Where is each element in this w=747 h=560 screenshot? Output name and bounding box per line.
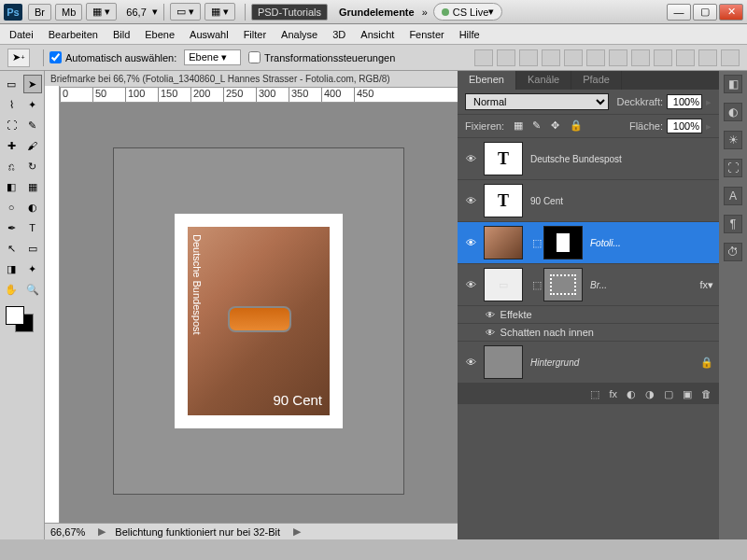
menu-fenster[interactable]: Fenster xyxy=(409,29,444,40)
distribute-icon[interactable] xyxy=(609,49,627,66)
fx-icon[interactable]: fx xyxy=(609,388,617,399)
layer-row[interactable]: 👁 Hintergrund 🔒 xyxy=(458,342,719,384)
zoom-value[interactable]: 66,7 xyxy=(126,7,146,18)
workspace-label[interactable]: Grundelemente xyxy=(339,7,415,18)
link-icon[interactable]: ⬚ xyxy=(532,279,542,291)
mask-icon[interactable]: ◐ xyxy=(627,388,636,400)
move-tool[interactable]: ➤ xyxy=(23,75,42,93)
auto-select-dropdown[interactable]: Ebene ▾ xyxy=(184,49,241,65)
distribute-icon[interactable] xyxy=(721,49,740,66)
foreground-color[interactable] xyxy=(6,306,24,325)
zoom-tool[interactable]: 🔍 xyxy=(23,280,42,299)
auto-select-checkbox[interactable] xyxy=(49,51,62,63)
move-tool-indicator[interactable]: ➤+ xyxy=(7,49,30,67)
menu-ebene[interactable]: Ebene xyxy=(145,29,175,40)
new-layer-icon[interactable]: ▣ xyxy=(683,388,692,400)
visibility-icon[interactable]: 👁 xyxy=(463,279,478,290)
align-icon[interactable] xyxy=(519,49,538,66)
fx-badge[interactable]: fx xyxy=(699,279,708,290)
heal-tool[interactable]: ✚ xyxy=(2,136,21,155)
hand-tool[interactable]: ✋ xyxy=(2,280,21,299)
canvas[interactable]: Deutsche Bundespost 90 Cent xyxy=(60,103,458,539)
layer-row[interactable]: 👁 T 90 Cent xyxy=(458,180,719,222)
menu-hilfe[interactable]: Hilfe xyxy=(459,29,480,40)
fx-expand-icon[interactable]: ▾ xyxy=(708,279,713,291)
link-icon[interactable]: ⬚ xyxy=(532,237,542,249)
menu-bild[interactable]: Bild xyxy=(113,29,130,40)
align-icon[interactable] xyxy=(586,49,605,66)
psd-tutorials-button[interactable]: PSD-Tutorials xyxy=(251,4,328,21)
link-layers-icon[interactable]: ⬚ xyxy=(590,388,599,400)
group-icon[interactable]: ▢ xyxy=(664,388,673,400)
tab-kanaele[interactable]: Kanäle xyxy=(516,71,571,90)
tab-pfade[interactable]: Pfade xyxy=(571,71,622,90)
chevrons-icon[interactable]: » xyxy=(422,7,428,18)
lock-transparency-icon[interactable]: ▦ xyxy=(514,119,527,133)
cs-live-button[interactable]: CS Live ▾ xyxy=(433,3,503,21)
layer-name[interactable]: 90 Cent xyxy=(530,196,713,206)
effects-label[interactable]: 👁 Effekte xyxy=(458,306,719,324)
opacity-input[interactable] xyxy=(667,94,702,109)
eyedropper-tool[interactable]: ✎ xyxy=(23,116,42,134)
menu-datei[interactable]: Datei xyxy=(9,29,34,40)
lock-pixels-icon[interactable]: ✎ xyxy=(532,119,545,133)
adjustment-icon[interactable]: ◑ xyxy=(645,388,655,400)
crop-tool[interactable]: ⛶ xyxy=(2,116,21,134)
wand-tool[interactable]: ✦ xyxy=(23,95,42,114)
layer-name[interactable]: Fotoli... xyxy=(590,238,713,248)
visibility-icon[interactable]: 👁 xyxy=(463,153,478,164)
delete-icon[interactable]: 🗑 xyxy=(701,388,712,399)
character-panel-icon[interactable]: A xyxy=(724,187,742,205)
adjustments-panel-icon[interactable]: ☀ xyxy=(724,131,742,149)
marquee-tool[interactable]: ▭ xyxy=(2,75,21,93)
tab-ebenen[interactable]: Ebenen xyxy=(458,71,516,90)
layer-name[interactable]: Br... xyxy=(590,280,696,290)
eraser-tool[interactable]: ◧ xyxy=(2,177,21,196)
visibility-icon[interactable]: 👁 xyxy=(463,195,478,206)
arrange-button[interactable]: ▦ ▾ xyxy=(86,3,117,21)
menu-filter[interactable]: Filter xyxy=(244,29,266,40)
maximize-button[interactable]: ▢ xyxy=(693,4,717,21)
gradient-tool[interactable]: ▦ xyxy=(23,177,42,196)
fill-input[interactable] xyxy=(667,119,702,133)
swatches-panel-icon[interactable]: ◧ xyxy=(724,75,742,93)
visibility-icon[interactable]: 👁 xyxy=(463,237,478,248)
distribute-icon[interactable] xyxy=(676,49,695,66)
fill-slider-icon[interactable]: ▸ xyxy=(706,120,712,133)
layer-name[interactable]: Hintergrund xyxy=(530,357,697,368)
minibridge-button[interactable]: Mb xyxy=(55,4,82,21)
lasso-tool[interactable]: ⌇ xyxy=(2,95,21,114)
blur-tool[interactable]: ○ xyxy=(2,198,21,217)
menu-analyse[interactable]: Analyse xyxy=(281,29,317,40)
dodge-tool[interactable]: ◐ xyxy=(23,198,42,217)
lock-position-icon[interactable]: ✥ xyxy=(551,119,564,133)
bridge-button[interactable]: Br xyxy=(28,4,51,21)
menu-ansicht[interactable]: Ansicht xyxy=(360,29,394,40)
visibility-icon[interactable]: 👁 xyxy=(463,357,478,368)
path-tool[interactable]: ↖ xyxy=(2,239,21,258)
shape-tool[interactable]: ▭ xyxy=(23,239,42,258)
align-icon[interactable] xyxy=(564,49,583,66)
close-button[interactable]: ✕ xyxy=(719,4,743,21)
distribute-icon[interactable] xyxy=(698,49,717,66)
menu-3d[interactable]: 3D xyxy=(332,29,345,40)
transform-checkbox[interactable] xyxy=(248,51,261,63)
styles-panel-icon[interactable]: ⛶ xyxy=(724,159,742,177)
menu-bearbeiten[interactable]: Bearbeiten xyxy=(49,29,98,40)
opacity-slider-icon[interactable]: ▸ xyxy=(706,96,712,108)
3d-camera-tool[interactable]: ✦ xyxy=(23,259,42,278)
color-panel-icon[interactable]: ◐ xyxy=(724,103,742,121)
lock-all-icon[interactable]: 🔒 xyxy=(570,119,583,133)
screen-mode-button[interactable]: ▭ ▾ xyxy=(170,3,201,21)
layer-row[interactable]: 👁 ⬚ Fotoli... xyxy=(458,222,719,264)
status-zoom[interactable]: 66,67% xyxy=(50,526,85,538)
align-icon[interactable] xyxy=(542,49,560,66)
history-panel-icon[interactable]: ⏱ xyxy=(724,243,742,261)
layer-row[interactable]: 👁 ▭ ⬚ Br... fx ▾ xyxy=(458,264,719,306)
align-icon[interactable] xyxy=(474,49,493,66)
stamp-tool[interactable]: ⎌ xyxy=(2,157,21,175)
menu-auswahl[interactable]: Auswahl xyxy=(190,29,229,40)
pen-tool[interactable]: ✒ xyxy=(2,218,21,237)
distribute-icon[interactable] xyxy=(654,49,672,66)
3d-tool[interactable]: ◨ xyxy=(2,259,21,278)
